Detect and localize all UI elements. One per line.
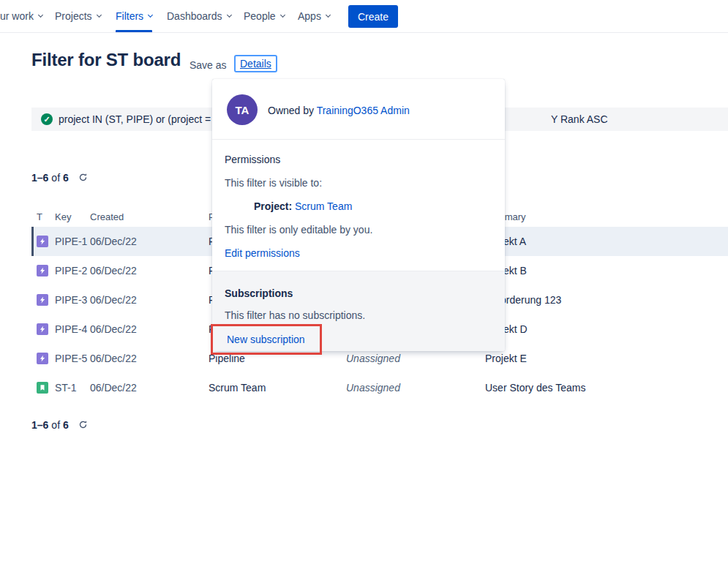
issue-key[interactable]: PIPE-5 [55, 353, 87, 364]
query-valid-check-icon: ✓ [41, 113, 53, 125]
issue-key[interactable]: PIPE-2 [55, 265, 87, 277]
owned-by-label: Owned by [268, 105, 317, 116]
pagination-bottom: 1–6 of 6 [31, 418, 89, 431]
owned-by-line: Owned by TrainingO365 Admin [268, 105, 410, 116]
chevron-down-icon [38, 12, 43, 17]
nav-item-label: People [244, 10, 276, 22]
nav-item-label: Apps [298, 10, 321, 22]
issue-created: 06/Dec/22 [90, 265, 137, 277]
chevron-down-icon [326, 12, 331, 17]
pagination-top: 1–6 of 6 [31, 171, 89, 184]
divider [212, 139, 505, 140]
nav-item-apps[interactable]: Apps [298, 0, 330, 32]
owner-name-link[interactable]: TrainingO365 Admin [317, 105, 410, 116]
nav-item-label: ur work [0, 10, 34, 22]
issue-project: Scrum Team [209, 382, 266, 394]
subscriptions-section: Subscriptions This filter has no subscri… [212, 271, 505, 351]
save-as-button[interactable]: Save as [189, 59, 227, 71]
issue-created: 06/Dec/22 [90, 353, 137, 364]
nav-item-projects[interactable]: Projects [55, 0, 101, 32]
issue-type-pipeline-icon [37, 236, 48, 247]
pagination-of-label: of [51, 172, 60, 184]
refresh-icon [78, 420, 88, 429]
chevron-down-icon [148, 12, 153, 17]
table-row[interactable]: ST-1 06/Dec/22 Scrum Team Unassigned Use… [31, 373, 728, 402]
top-navigation: ur work Projects Filters Dashboards Peop… [0, 0, 728, 33]
pagination-range: 1–6 [31, 172, 48, 184]
create-button[interactable]: Create [348, 5, 398, 28]
issue-key[interactable]: PIPE-4 [55, 323, 87, 335]
column-header-type[interactable]: T [37, 211, 42, 222]
issue-assignee: Unassigned [346, 382, 400, 394]
pagination-total: 6 [63, 172, 69, 184]
issue-summary: Projekt E [485, 353, 527, 364]
pagination-total: 6 [63, 419, 69, 431]
new-subscription-link[interactable]: New subscription [227, 334, 305, 345]
query-text-right: Y Rank ASC [551, 113, 608, 125]
nav-item-your-work[interactable]: ur work [0, 0, 42, 32]
owner-avatar[interactable]: TA [227, 94, 258, 125]
issue-created: 06/Dec/22 [90, 236, 137, 247]
refresh-icon [78, 173, 88, 182]
issue-key[interactable]: PIPE-3 [55, 294, 87, 306]
column-header-key[interactable]: Key [55, 211, 71, 222]
issue-type-pipeline-icon [37, 353, 48, 364]
details-button[interactable]: Details [234, 55, 277, 72]
issue-key[interactable]: ST-1 [55, 382, 77, 394]
page-title: Filter for ST board [31, 50, 181, 70]
filter-details-popup: TA Owned by TrainingO365 Admin Permissio… [212, 79, 505, 351]
issue-created: 06/Dec/22 [90, 382, 137, 394]
chevron-down-icon [226, 12, 231, 17]
issue-summary: User Story des Teams [485, 382, 585, 394]
refresh-button[interactable] [77, 171, 89, 184]
issue-created: 06/Dec/22 [90, 323, 137, 335]
project-link[interactable]: Scrum Team [295, 200, 352, 212]
issue-assignee: Unassigned [346, 353, 400, 364]
edit-permissions-link[interactable]: Edit permissions [225, 247, 300, 259]
chevron-down-icon [97, 12, 102, 17]
subscriptions-heading: Subscriptions [225, 287, 293, 299]
visibility-project-line: Project: Scrum Team [254, 200, 352, 212]
app-root: ur work Projects Filters Dashboards Peop… [0, 0, 728, 583]
pagination-of-label: of [51, 419, 60, 431]
issue-type-pipeline-icon [37, 294, 48, 306]
issue-type-story-icon [37, 382, 48, 394]
column-header-created[interactable]: Created [90, 211, 124, 222]
nav-item-filters[interactable]: Filters [116, 0, 152, 32]
nav-item-dashboards[interactable]: Dashboards [167, 0, 231, 32]
issue-type-pipeline-icon [37, 323, 48, 335]
issue-key[interactable]: PIPE-1 [55, 236, 87, 247]
editable-text: This filter is only editable by you. [225, 224, 372, 236]
nav-item-label: Dashboards [167, 10, 222, 22]
query-text-left: project IN (ST, PIPE) or (project = P [59, 113, 220, 125]
subscriptions-text: This filter has no subscriptions. [225, 309, 365, 321]
pagination-range: 1–6 [31, 419, 48, 431]
nav-item-people[interactable]: People [244, 0, 285, 32]
project-label: Project: [254, 200, 292, 212]
refresh-button[interactable] [77, 418, 89, 431]
nav-item-label: Filters [116, 10, 143, 22]
permissions-heading: Permissions [225, 154, 280, 165]
chevron-down-icon [280, 12, 285, 17]
issue-type-pipeline-icon [37, 265, 48, 277]
issue-project: Pipeline [209, 353, 245, 364]
nav-item-label: Projects [55, 10, 92, 22]
issue-created: 06/Dec/22 [90, 294, 137, 306]
visibility-text: This filter is visible to: [225, 177, 322, 189]
